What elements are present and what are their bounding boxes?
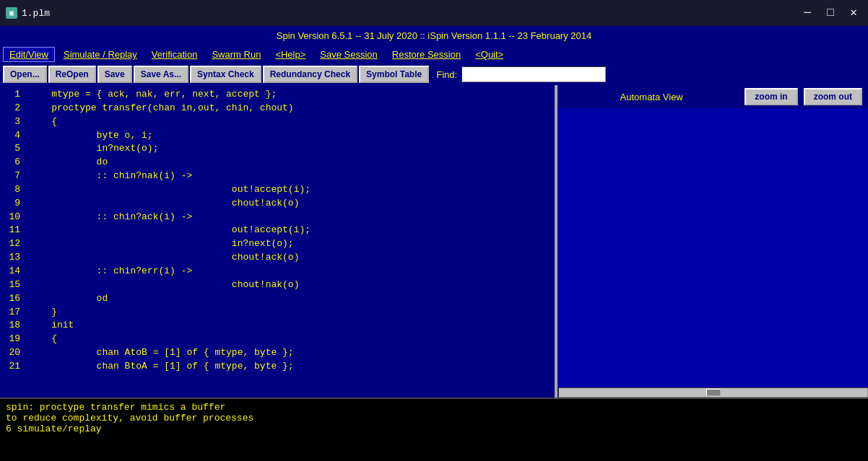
maximize-button[interactable]: □ <box>822 7 839 19</box>
find-input[interactable] <box>461 66 606 82</box>
save-button[interactable]: Save <box>97 66 132 83</box>
menu-swarm-run[interactable]: Swarm Run <box>206 48 266 61</box>
title-bar: ▣ 1.plm ─ □ ✕ <box>0 0 868 26</box>
syntax-check-button[interactable]: Syntax Check <box>190 66 261 83</box>
title-bar-controls: ─ □ ✕ <box>799 7 862 19</box>
app-window: Spin Version 6.5.1 -- 31 July 2020 :: iS… <box>0 26 868 461</box>
main-content: 123456789101112131415161718192021 mtype … <box>0 85 868 398</box>
app-icon: ▣ <box>6 7 17 19</box>
save-as-button[interactable]: Save As... <box>134 66 188 83</box>
open-button[interactable]: Open... <box>3 66 47 83</box>
scrollbar-thumb[interactable] <box>706 389 721 396</box>
find-label: Find: <box>433 69 460 80</box>
app-header-text: Spin Version 6.5.1 -- 31 July 2020 :: iS… <box>277 30 591 41</box>
menu-restore-session[interactable]: Restore Session <box>386 48 466 61</box>
symbol-table-button[interactable]: Symbol Table <box>359 66 429 83</box>
automata-scrollbar[interactable] <box>558 387 868 398</box>
automata-title: Automata View <box>564 92 739 102</box>
menu-quit[interactable]: <Quit> <box>469 48 509 61</box>
minimize-button[interactable]: ─ <box>799 7 816 19</box>
menu-bar: Edit/View Simulate / Replay Verification… <box>0 45 868 63</box>
code-area: 123456789101112131415161718192021 mtype … <box>0 85 555 398</box>
menu-verification[interactable]: Verification <box>146 48 204 61</box>
reopen-button[interactable]: ReOpen <box>48 66 96 83</box>
title-bar-left: ▣ 1.plm <box>6 7 50 19</box>
right-panel: Automata View zoom in zoom out <box>557 85 868 398</box>
menu-edit-view[interactable]: Edit/View <box>3 47 55 62</box>
redundancy-check-button[interactable]: Redundancy Check <box>263 66 357 83</box>
line-numbers: 123456789101112131415161718192021 <box>0 85 26 398</box>
automata-header: Automata View zoom in zoom out <box>558 85 868 108</box>
menu-help[interactable]: <Help> <box>269 48 311 61</box>
log-area: spin: proctype transfer mimics a buffer … <box>0 398 868 461</box>
close-button[interactable]: ✕ <box>845 7 862 19</box>
menu-save-session[interactable]: Save Session <box>314 48 383 61</box>
zoom-out-button[interactable]: zoom out <box>804 88 862 105</box>
title-bar-title: 1.plm <box>22 8 50 19</box>
menu-simulate-replay[interactable]: Simulate / Replay <box>58 48 143 61</box>
zoom-in-button[interactable]: zoom in <box>745 88 797 105</box>
toolbar: Open... ReOpen Save Save As... Syntax Ch… <box>0 63 868 85</box>
automata-canvas <box>558 108 868 387</box>
app-header: Spin Version 6.5.1 -- 31 July 2020 :: iS… <box>0 26 868 45</box>
code-content[interactable]: mtype = { ack, nak, err, next, accept };… <box>26 85 555 398</box>
